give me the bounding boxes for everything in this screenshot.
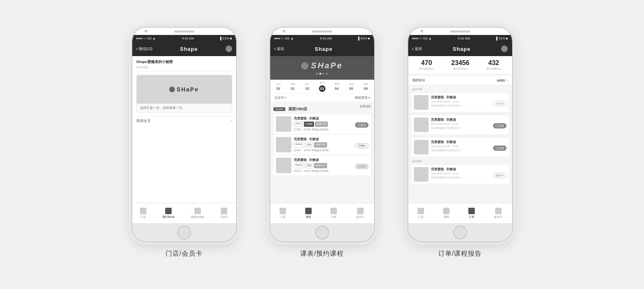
course-action-3[interactable]: 已满员: [355, 162, 368, 169]
center-section: Center 国贸CBD店 查看地图: [270, 102, 374, 113]
order-info-1: 完美塑造 · 刘春波 2017/12/25 19:00－19:50 北京市朝阳区…: [431, 95, 491, 108]
tab-member-3[interactable]: 会员卡: [494, 208, 502, 219]
shop-icon-1: [140, 208, 146, 214]
course-title-2: 完美塑造 · 刘春波: [294, 137, 353, 141]
status-bar-1: ●●●○○ GS ▲ 9:41 AM ▌61% ■: [132, 35, 236, 41]
date-scroll: 今天 30 明天 01 周二 02 周三 03: [270, 80, 374, 94]
date-item-4[interactable]: 周三 03: [317, 81, 328, 92]
tab-shop-label-1: 门店: [140, 215, 146, 219]
phone-group-2: ●●●○○ GS ▲ 9:41 AM ▌61% ■ ‹ 返回 Shape: [269, 27, 375, 258]
nav-back-text-1: 微信(23): [139, 46, 153, 52]
phone-label-3: 订单/课程报告: [438, 250, 482, 258]
points-bar[interactable]: 我的积分 4400 ›: [408, 76, 512, 85]
status-bar-2: ●●●○○ GS ▲ 9:41 AM ▌61% ■: [270, 35, 374, 41]
dot-2: [319, 73, 321, 75]
course-title-3: 完美塑造 · 刘春波: [294, 158, 353, 162]
date-item-3[interactable]: 周二 02: [302, 83, 313, 91]
order-item-2[interactable]: 完美塑造 · 刘春波 2017/12/04 19:00－19:50 北京市朝阳区…: [411, 115, 509, 134]
order-icon-3: [468, 208, 475, 214]
day-name-4: 周三: [320, 81, 325, 85]
course-info-3: 完美塑造 · 刘春波 390KG 团操 限量打折 19:00－19:50 ¥96…: [294, 158, 353, 173]
chevron-icon-3: ‹: [412, 46, 414, 52]
avatar-icon-3[interactable]: [501, 46, 508, 52]
tab-play-1[interactable]: 玩转S: [220, 208, 228, 219]
camera-1: [144, 30, 147, 33]
home-button-2[interactable]: [315, 226, 329, 239]
action-btn-3[interactable]: 已满员: [355, 164, 368, 169]
date-item-6[interactable]: 周五 05: [346, 83, 357, 91]
date-item-1[interactable]: 今天 30: [273, 83, 284, 91]
home-area-2: [270, 223, 374, 241]
course-thumb-3: [276, 158, 291, 173]
nav-back-2[interactable]: ‹ 返回: [274, 46, 284, 52]
tab-shop-3[interactable]: 门店: [418, 208, 424, 219]
stat-label-3: 累计天数/day: [487, 67, 501, 71]
bottom-bar-1: 门店 预约Book 我的Shape 玩转S: [132, 203, 236, 223]
speaker-2: [312, 30, 332, 33]
tab-order-3[interactable]: 订单: [468, 208, 475, 219]
home-button-1[interactable]: [177, 226, 191, 239]
wechat-msg-header: Shape塑健身的小秘密 12月25日: [132, 56, 236, 72]
center-map-link[interactable]: 查看地图: [360, 104, 371, 109]
wechat-card-image: SHaPe: [137, 75, 232, 104]
tab-order-2[interactable]: 订单: [330, 208, 337, 219]
order-status-3: 已完成: [493, 143, 506, 151]
course-action-2[interactable]: 可预约: [355, 141, 368, 148]
tab-shop-label-3: 门店: [418, 215, 424, 219]
shape-logo-text-lg: SHaPe: [311, 61, 342, 70]
course-tag-3c: 限量打折: [314, 163, 327, 168]
order-title-3: 完美塑造 · 刘春波: [431, 140, 491, 144]
order-thumb-2: [414, 117, 429, 132]
order-item-4[interactable]: 完美塑造 · 刘春波 2016/06/30 19:00－19:50 北京市朝阳区…: [411, 165, 509, 184]
avatar-icon-1[interactable]: [226, 46, 232, 52]
nav-back-1[interactable]: ‹ 微信(23): [136, 46, 153, 52]
nav-back-3[interactable]: ‹ 返回: [412, 46, 422, 52]
camera-3: [420, 30, 423, 33]
shop-icon-2: [280, 208, 286, 214]
order-location-3: 北京市朝阳区大古里北区2-3: [431, 149, 491, 152]
tab-course-3[interactable]: 课程: [443, 208, 450, 219]
course-icon-2: [305, 208, 312, 214]
status-right-3: ▌51% ■: [496, 37, 508, 40]
course-item-1[interactable]: 完美塑造 · 刘春波 99KG A 团操 限量打折 19:00－19:50 ¥9…: [274, 114, 371, 134]
home-button-3[interactable]: [453, 226, 467, 239]
type-filter[interactable]: 课程类型 ▾: [355, 96, 370, 100]
date-item-5[interactable]: 周四 04: [331, 83, 342, 91]
tab-myshape-1[interactable]: 我的Shape: [191, 208, 205, 219]
tab-shop-1[interactable]: 门店: [140, 208, 146, 219]
course-item-2[interactable]: 完美塑造 · 刘春波 286KG 团操 限量打折 19:00－19:50 ¥96…: [274, 135, 371, 154]
divider-1: [411, 113, 509, 114]
course-action-1[interactable]: 已满员: [355, 120, 368, 128]
wechat-card[interactable]: SHaPe 这样不是一天，这样是每一天。: [136, 75, 232, 113]
course-title-1: 完美塑造 · 刘春波: [294, 116, 353, 121]
course-item-3[interactable]: 完美塑造 · 刘春波 390KG 团操 限量打折 19:00－19:50 ¥96…: [274, 156, 371, 175]
order-status-2: 已完成: [493, 121, 506, 128]
day-num-6: 05: [349, 87, 353, 91]
tab-member-label-3: 会员卡: [494, 215, 502, 219]
course-time-2: 19:00－19:50 ¥96(会员¥69): [294, 148, 353, 152]
read-more-section[interactable]: 阅读全文 ›: [132, 116, 236, 126]
phone-group-1: ●●●○○ GS ▲ 9:41 AM ▌61% ■ ‹ 微信(23) Shape…: [131, 27, 237, 258]
date-item-2[interactable]: 明天 01: [287, 83, 299, 91]
city-filter[interactable]: 北京市 ▾: [274, 96, 286, 100]
tab-course-2[interactable]: 课程: [305, 208, 312, 219]
date-item-7[interactable]: 周日 06: [360, 83, 372, 91]
tab-book-1[interactable]: 预约Book: [162, 208, 174, 219]
course-list: 完美塑造 · 刘春波 99KG A 团操 限量打折 19:00－19:50 ¥9…: [270, 113, 374, 203]
shape-logo-circle-lg: [301, 62, 308, 70]
nav-back-text-3: 返回: [415, 46, 422, 52]
phone-top-bar-1: [132, 28, 236, 35]
status-right-1: ▌61% ■: [220, 37, 232, 40]
course-time-3: 19:00－19:50 ¥96(会员¥69): [294, 169, 353, 173]
tab-course-label-2: 课程: [306, 215, 311, 219]
order-item-3[interactable]: 完美塑造 · 刘春波 2017/06/30 19:00－19:50 北京市朝阳区…: [411, 138, 509, 156]
tab-member-2[interactable]: 会员卡: [356, 208, 364, 219]
chevron-icon-2: ‹: [274, 46, 276, 52]
order-item-1[interactable]: 完美塑造 · 刘春波 2017/12/25 19:00－19:50 北京市朝阳区…: [411, 93, 509, 112]
action-btn-1[interactable]: 已满员: [355, 122, 368, 128]
nav-title-3: Shape: [452, 46, 470, 52]
tab-shop-2[interactable]: 门店: [280, 208, 286, 219]
status-bar-3: ●●●○○ GS ▲ 9:41 AM ▌51% ■: [408, 35, 512, 41]
bottom-bar-3: 门店 课程 订单 会员卡: [408, 203, 512, 223]
action-btn-2[interactable]: 可预约: [355, 143, 368, 148]
